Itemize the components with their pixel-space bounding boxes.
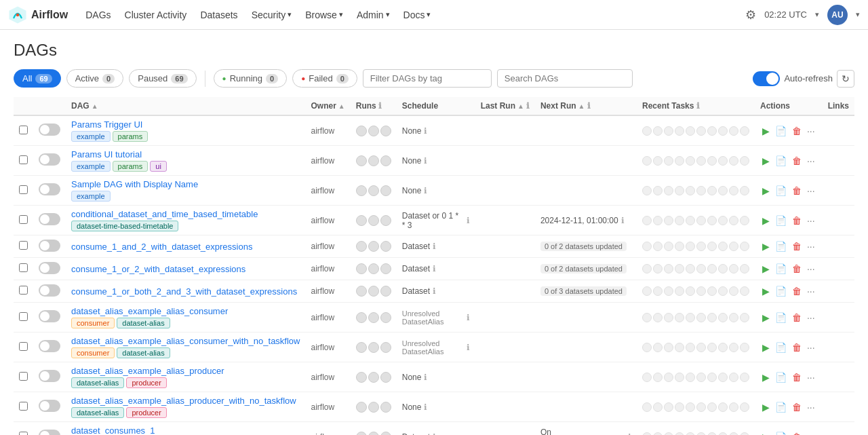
dag-details-button[interactable]: 📄	[773, 400, 789, 415]
dag-tag[interactable]: dataset-alias	[71, 377, 124, 388]
dag-tag[interactable]: ui	[150, 161, 167, 172]
dag-pause-toggle[interactable]	[39, 153, 60, 166]
delete-dag-button[interactable]: 🗑	[790, 213, 804, 228]
dag-details-button[interactable]: 📄	[773, 124, 789, 138]
filter-active-button[interactable]: Active 0	[66, 69, 124, 88]
trigger-dag-button[interactable]: ▶	[760, 239, 772, 254]
dag-name-link[interactable]: dataset_alias_example_alias_consumer	[71, 306, 228, 316]
dag-tag[interactable]: producer	[126, 377, 166, 388]
row-checkbox[interactable]	[19, 432, 28, 436]
dag-name-link[interactable]: dataset_alias_example_alias_consumer_wit…	[71, 336, 300, 346]
settings-icon[interactable]: ⚙	[745, 7, 756, 22]
dag-details-button[interactable]: 📄	[773, 340, 789, 355]
dag-tag[interactable]: dataset-time-based-timetable	[71, 221, 178, 231]
dag-name-link[interactable]: consume_1_or_2_with_dataset_expressions	[71, 264, 245, 274]
brand-logo[interactable]: Airflow	[8, 5, 68, 24]
dag-name-link[interactable]: Params Trigger UI	[71, 119, 142, 130]
filter-running-button[interactable]: ● Running 0	[214, 69, 288, 88]
trigger-dag-button[interactable]: ▶	[760, 310, 772, 325]
trigger-dag-button[interactable]: ▶	[760, 124, 772, 138]
delete-dag-button[interactable]: 🗑	[790, 430, 804, 436]
dag-name-link[interactable]: consume_1_and_2_with_dataset_expressions	[71, 242, 252, 252]
nav-item-admin[interactable]: Admin▾	[350, 7, 397, 23]
dag-details-button[interactable]: 📄	[773, 213, 789, 228]
nav-item-security[interactable]: Security▾	[245, 7, 299, 23]
dag-pause-toggle[interactable]	[39, 340, 60, 352]
filter-failed-button[interactable]: ● Failed 0	[292, 69, 357, 88]
delete-dag-button[interactable]: 🗑	[790, 400, 804, 415]
row-checkbox[interactable]	[19, 372, 28, 381]
delete-dag-button[interactable]: 🗑	[790, 310, 804, 325]
dag-tag[interactable]: dataset-alias	[117, 347, 170, 358]
dag-pause-toggle[interactable]	[39, 183, 60, 195]
dag-name-link[interactable]: consume_1_or_both_2_and_3_with_dataset_e…	[71, 286, 297, 297]
delete-dag-button[interactable]: 🗑	[790, 370, 804, 385]
row-checkbox[interactable]	[19, 402, 28, 411]
row-checkbox[interactable]	[19, 215, 28, 224]
dag-details-button[interactable]: 📄	[773, 183, 789, 198]
trigger-dag-button[interactable]: ▶	[760, 213, 772, 228]
more-options-button[interactable]: ···	[805, 284, 817, 299]
user-avatar[interactable]: AU	[827, 5, 848, 25]
dag-tag[interactable]: producer	[126, 407, 166, 418]
dag-pause-toggle[interactable]	[39, 262, 60, 274]
filter-tag-input[interactable]	[363, 69, 492, 88]
dag-tag[interactable]: consumer	[71, 347, 115, 358]
nav-item-docs[interactable]: Docs▾	[397, 7, 438, 23]
trigger-dag-button[interactable]: ▶	[760, 183, 772, 198]
dag-tag[interactable]: example	[71, 161, 111, 172]
more-options-button[interactable]: ···	[805, 261, 817, 276]
more-options-button[interactable]: ···	[805, 310, 817, 325]
more-options-button[interactable]: ···	[805, 153, 817, 168]
more-options-button[interactable]: ···	[805, 370, 817, 385]
dag-tag[interactable]: params	[113, 131, 149, 142]
time-dropdown-icon[interactable]: ▾	[815, 10, 819, 19]
dag-name-link[interactable]: conditional_dataset_and_time_based_timet…	[71, 209, 258, 219]
more-options-button[interactable]: ···	[805, 213, 817, 228]
delete-dag-button[interactable]: 🗑	[790, 183, 804, 198]
delete-dag-button[interactable]: 🗑	[790, 153, 804, 168]
delete-dag-button[interactable]: 🗑	[790, 261, 804, 276]
delete-dag-button[interactable]: 🗑	[790, 340, 804, 355]
delete-dag-button[interactable]: 🗑	[790, 239, 804, 254]
nav-item-cluster-activity[interactable]: Cluster Activity	[118, 7, 194, 23]
dag-tag[interactable]: params	[113, 161, 149, 172]
dag-pause-toggle[interactable]	[39, 400, 60, 412]
filter-paused-button[interactable]: Paused 69	[129, 69, 196, 88]
trigger-dag-button[interactable]: ▶	[760, 340, 772, 355]
more-options-button[interactable]: ···	[805, 124, 817, 138]
row-checkbox[interactable]	[19, 286, 28, 295]
dag-details-button[interactable]: 📄	[773, 284, 789, 299]
dag-tag[interactable]: dataset-alias	[71, 407, 124, 418]
more-options-button[interactable]: ···	[805, 239, 817, 254]
row-checkbox[interactable]	[19, 241, 28, 250]
row-checkbox[interactable]	[19, 155, 28, 164]
nav-item-datasets[interactable]: Datasets	[193, 7, 244, 23]
avatar-dropdown-icon[interactable]: ▾	[856, 10, 860, 19]
dag-tag[interactable]: example	[71, 131, 111, 142]
more-options-button[interactable]: ···	[805, 400, 817, 415]
row-checkbox[interactable]	[19, 342, 28, 351]
dag-tag[interactable]: dataset-alias	[117, 318, 170, 328]
col-header-owner[interactable]: Owner ▲	[305, 97, 350, 115]
row-checkbox[interactable]	[19, 312, 28, 321]
dag-pause-toggle[interactable]	[39, 370, 60, 382]
dag-pause-toggle[interactable]	[39, 284, 60, 297]
nav-item-browse[interactable]: Browse▾	[298, 7, 350, 23]
more-options-button[interactable]: ···	[805, 340, 817, 355]
dag-pause-toggle[interactable]	[39, 430, 60, 435]
col-header-last-run[interactable]: Last Run ▲ ℹ	[475, 97, 535, 115]
search-input[interactable]	[497, 69, 633, 88]
trigger-dag-button[interactable]: ▶	[760, 284, 772, 299]
dag-tag[interactable]: example	[71, 191, 111, 202]
more-options-button[interactable]: ···	[805, 430, 817, 436]
trigger-dag-button[interactable]: ▶	[760, 153, 772, 168]
col-header-dag[interactable]: DAG ▲	[66, 97, 305, 115]
dag-details-button[interactable]: 📄	[773, 310, 789, 325]
dag-name-link[interactable]: Sample DAG with Display Name	[71, 179, 198, 189]
dag-name-link[interactable]: dataset_consumes_1	[71, 425, 155, 435]
trigger-dag-button[interactable]: ▶	[760, 400, 772, 415]
dag-tag[interactable]: consumer	[71, 318, 115, 328]
delete-dag-button[interactable]: 🗑	[790, 284, 804, 299]
dag-name-link[interactable]: dataset_alias_example_alias_producer	[71, 366, 224, 376]
